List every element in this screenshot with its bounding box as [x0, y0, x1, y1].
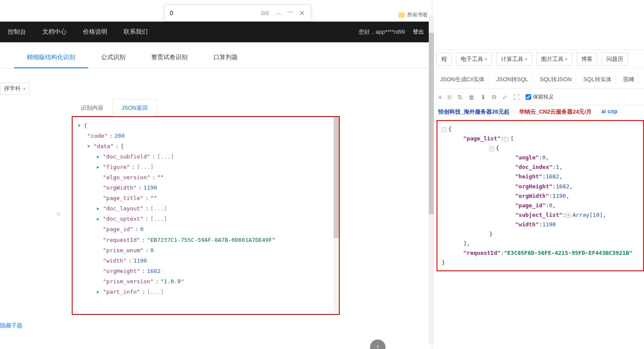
ad-link-2[interactable]: 华纳云_CN2云服务器24元/月 [519, 108, 592, 116]
json-field: "requestId":"EB7237C1-755C-59AF-8A7B-0D6… [78, 235, 334, 245]
json-field: "prism_wnum":0 [78, 245, 334, 256]
main-tabs: 精细版结构化识别 公式识别 整页试卷识别 口算判题 [0, 48, 432, 69]
tool-button[interactable]: 计算工具▾ [496, 53, 532, 66]
trash-icon[interactable]: 🗑 [469, 94, 475, 101]
tool-link[interactable]: JSON生成C#实体 [437, 74, 488, 85]
tab-fullpage[interactable]: 整页试卷识别 [138, 48, 201, 68]
nav-console[interactable]: 控制台 [8, 28, 26, 36]
tool-link[interactable]: SQL转实体 [580, 74, 615, 85]
expand-icon[interactable]: ⛶ [513, 94, 520, 101]
json-field: "doc_subfield":[...] [78, 152, 334, 162]
ad-link-1[interactable]: 恒创科技_海外服务器26元起 [438, 108, 510, 116]
tool-button[interactable]: 问题历 [602, 53, 628, 66]
database-icon[interactable]: ≡ [438, 94, 442, 101]
ad-link-3[interactable]: ai cop [601, 108, 618, 116]
icon-toolbar: ≡ ⎘ ⇅ 🗑 ⬇ ⧉ ⤢ ⛶ 保留转义 [437, 89, 644, 105]
copy-icon[interactable]: ⎘ [448, 94, 451, 101]
download-icon[interactable]: ⬇ [481, 94, 486, 101]
tool-row-2: JSON生成C#实体JSON转SQLSQL转JSONSQL转实体驼峰 [437, 71, 644, 89]
tool-button[interactable]: 电子工具▾ [456, 53, 492, 66]
nav-contact[interactable]: 联系我们 [124, 28, 148, 36]
nav-greeting: 您好，app****rd99 [359, 28, 405, 36]
json-field: "width":1190 [78, 256, 334, 266]
subject-dropdown[interactable]: 择学科 ▾ [0, 82, 29, 95]
expand-handle-icon[interactable]: » [56, 209, 61, 218]
tab-arithmetic[interactable]: 口算判题 [201, 48, 251, 68]
expand-toggle-icon[interactable] [97, 288, 101, 296]
tab-content[interactable]: 识别内容 [72, 99, 112, 116]
ad-links: 恒创科技_海外服务器26元起 华纳云_CN2云服务器24元/月 ai cop [437, 105, 644, 120]
find-count: 0/0 [261, 10, 269, 16]
result-tabs: 识别内容 JSON返回 [72, 99, 340, 116]
keep-escape-checkbox[interactable]: 保留转义 [526, 93, 554, 101]
json-field: "prism_version":"1.0.9" [78, 276, 334, 287]
nav-docs[interactable]: 文档中心 [42, 28, 67, 36]
tab-json-return[interactable]: JSON返回 [112, 99, 157, 116]
json-field: "algo_version":"" [78, 172, 334, 183]
json-field: "part_info":[...] [78, 287, 334, 297]
tool-button[interactable]: 图片工具▾ [536, 53, 572, 66]
arrow-up-icon: ↑ [376, 343, 379, 349]
chevron-down-icon: ▾ [23, 86, 26, 91]
json-field: "orgHeight":1682 [78, 266, 334, 276]
subject-label: 择学科 [4, 85, 21, 92]
json-viewer-left: {"code":200"data":{"doc_subfield":[...]"… [72, 116, 340, 315]
tool-row-1: 程电子工具▾计算工具▾图片工具▾博客问题历 [437, 50, 644, 69]
scrollbar[interactable] [334, 117, 339, 314]
json-field: "doc_sptext":[...] [78, 214, 334, 224]
tool-button[interactable]: 博客 [577, 53, 597, 66]
find-prev-icon[interactable]: ︿ [272, 7, 284, 19]
nav-pricing[interactable]: 价格说明 [83, 28, 107, 36]
json-field: "orgWidth":1190 [78, 183, 334, 193]
tool-link[interactable]: 驼峰 [620, 74, 638, 85]
tab-formula[interactable]: 公式识别 [88, 48, 138, 68]
expand-toggle-icon[interactable] [97, 163, 101, 171]
expand-toggle-icon[interactable] [97, 205, 101, 213]
json-field: "doc_layout":[...] [78, 203, 334, 214]
nav-logout[interactable]: 登出 [413, 28, 424, 36]
list-icon[interactable]: ⇅ [457, 94, 462, 101]
tool-link[interactable]: SQL转JSON [536, 74, 576, 85]
json-field: "page_title":"" [78, 193, 334, 203]
tool-button[interactable]: 程 [437, 53, 452, 66]
tool-link[interactable]: JSON转SQL [493, 74, 532, 85]
find-next-icon[interactable]: ﹀ [284, 7, 296, 19]
expand-toggle-icon[interactable] [97, 153, 101, 161]
find-bar: 0/0 ︿ ﹀ ✕ [164, 4, 311, 22]
scrollbar[interactable] [429, 16, 434, 344]
duplicate-icon[interactable]: ⧉ [492, 93, 496, 101]
json-field: "figure":[...] [78, 162, 334, 172]
find-close-icon[interactable]: ✕ [296, 7, 307, 19]
left-pane: 控制台 文档中心 价格说明 联系我们 您好，app****rd99 登出 精细版… [0, 0, 432, 349]
tab-structured-ocr[interactable]: 精细版结构化识别 [14, 48, 88, 68]
expand-toggle-icon[interactable] [97, 215, 101, 223]
json-viewer-right: −{"page_list":−[−{"angle":0,"doc_index":… [437, 120, 644, 271]
chevron-down-icon: ▾ [565, 57, 567, 61]
top-navbar: 控制台 文档中心 价格说明 联系我们 您好，app****rd99 登出 [0, 22, 432, 42]
chevron-down-icon: ▾ [525, 57, 527, 61]
hide-subquestion-link[interactable]: 隐藏子题 [0, 322, 22, 330]
right-pane: 程电子工具▾计算工具▾图片工具▾博客问题历 JSON生成C#实体JSON转SQL… [437, 0, 644, 349]
chevron-down-icon: ▾ [485, 57, 487, 61]
find-input[interactable] [168, 10, 258, 16]
json-field: "page_id":0 [78, 224, 334, 235]
collapse-icon[interactable]: ⤢ [502, 94, 507, 101]
